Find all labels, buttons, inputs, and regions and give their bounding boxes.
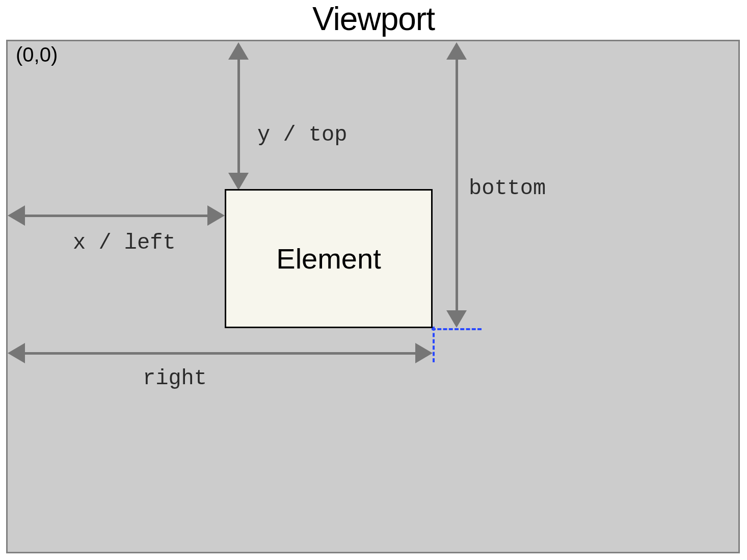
arrow-bottom-head-down — [446, 310, 467, 328]
element-box: Element — [225, 189, 433, 328]
arrow-y-top-head-down — [228, 173, 249, 190]
viewport-box: (0,0) y / top x / left bottom right Elem… — [6, 40, 740, 553]
arrow-right-head-left — [8, 343, 25, 363]
label-y-top: y / top — [257, 123, 347, 147]
element-label: Element — [276, 242, 381, 275]
origin-label: (0,0) — [16, 43, 58, 66]
arrow-bottom-line — [456, 57, 458, 314]
arrow-right-line — [22, 352, 419, 355]
label-right: right — [143, 366, 207, 391]
diagram-title: Viewport — [0, 0, 747, 38]
diagram-stage: Viewport (0,0) y / top x / left bottom r… — [0, 0, 747, 560]
label-x-left: x / left — [73, 231, 176, 255]
arrow-x-left-head-right — [207, 205, 225, 226]
guide-dashed-horizontal — [432, 328, 482, 330]
arrow-x-left-line — [22, 215, 210, 217]
label-bottom: bottom — [469, 176, 546, 201]
arrow-y-top-head-up — [228, 42, 249, 60]
arrow-bottom-head-up — [446, 42, 467, 60]
arrow-y-top-line — [237, 57, 240, 175]
arrow-right-head-right — [415, 343, 433, 363]
arrow-x-left-head-left — [8, 205, 25, 226]
guide-dashed-vertical — [433, 327, 435, 362]
